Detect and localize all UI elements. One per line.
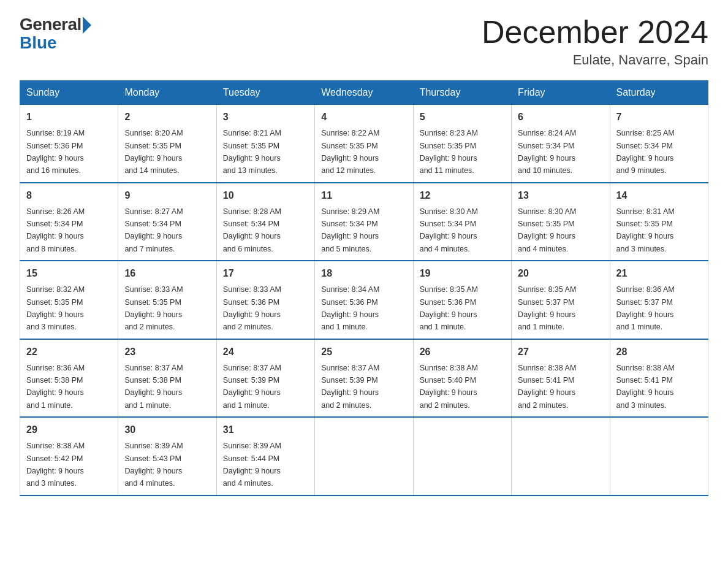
day-info: Sunrise: 8:36 AMSunset: 5:37 PMDaylight:… xyxy=(616,285,675,331)
calendar-day-cell xyxy=(413,417,511,496)
day-number: 2 xyxy=(124,110,210,124)
calendar-week-row: 15Sunrise: 8:32 AMSunset: 5:35 PMDayligh… xyxy=(20,261,708,339)
day-number: 17 xyxy=(223,266,308,281)
day-number: 5 xyxy=(420,110,505,124)
calendar-header-row: SundayMondayTuesdayWednesdayThursdayFrid… xyxy=(20,81,708,105)
calendar-day-cell: 24Sunrise: 8:37 AMSunset: 5:39 PMDayligh… xyxy=(216,339,314,418)
day-number: 23 xyxy=(124,345,210,359)
calendar-day-cell: 8Sunrise: 8:26 AMSunset: 5:34 PMDaylight… xyxy=(20,183,118,261)
day-info: Sunrise: 8:28 AMSunset: 5:34 PMDaylight:… xyxy=(223,207,281,253)
calendar-week-row: 22Sunrise: 8:36 AMSunset: 5:38 PMDayligh… xyxy=(20,339,708,418)
day-info: Sunrise: 8:27 AMSunset: 5:34 PMDaylight:… xyxy=(124,207,183,253)
calendar-day-cell: 20Sunrise: 8:35 AMSunset: 5:37 PMDayligh… xyxy=(512,261,610,339)
day-number: 25 xyxy=(321,345,406,359)
day-info: Sunrise: 8:21 AMSunset: 5:35 PMDaylight:… xyxy=(223,129,281,175)
day-info: Sunrise: 8:33 AMSunset: 5:35 PMDaylight:… xyxy=(124,285,183,331)
day-info: Sunrise: 8:36 AMSunset: 5:38 PMDaylight:… xyxy=(26,364,85,410)
calendar-day-cell: 9Sunrise: 8:27 AMSunset: 5:34 PMDaylight… xyxy=(118,183,216,261)
day-info: Sunrise: 8:22 AMSunset: 5:35 PMDaylight:… xyxy=(321,129,379,175)
calendar-day-cell: 18Sunrise: 8:34 AMSunset: 5:36 PMDayligh… xyxy=(315,261,413,339)
calendar-day-cell: 5Sunrise: 8:23 AMSunset: 5:35 PMDaylight… xyxy=(413,105,511,183)
day-number: 4 xyxy=(321,110,406,124)
location-title: Eulate, Navarre, Spain xyxy=(482,52,708,68)
day-number: 9 xyxy=(124,188,210,203)
calendar-day-cell: 30Sunrise: 8:39 AMSunset: 5:43 PMDayligh… xyxy=(118,417,216,496)
calendar-day-cell: 7Sunrise: 8:25 AMSunset: 5:34 PMDaylight… xyxy=(610,105,708,183)
calendar-day-cell: 12Sunrise: 8:30 AMSunset: 5:34 PMDayligh… xyxy=(413,183,511,261)
page-header: General Blue December 2024 Eulate, Navar… xyxy=(20,15,708,68)
calendar-day-cell: 17Sunrise: 8:33 AMSunset: 5:36 PMDayligh… xyxy=(216,261,314,339)
day-of-week-header: Sunday xyxy=(20,81,118,105)
day-number: 26 xyxy=(420,345,505,359)
day-number: 22 xyxy=(26,345,112,359)
day-info: Sunrise: 8:19 AMSunset: 5:36 PMDaylight:… xyxy=(26,129,85,175)
calendar-day-cell: 14Sunrise: 8:31 AMSunset: 5:35 PMDayligh… xyxy=(610,183,708,261)
day-info: Sunrise: 8:23 AMSunset: 5:35 PMDaylight:… xyxy=(420,129,478,175)
calendar-day-cell: 13Sunrise: 8:30 AMSunset: 5:35 PMDayligh… xyxy=(512,183,610,261)
calendar-week-row: 8Sunrise: 8:26 AMSunset: 5:34 PMDaylight… xyxy=(20,183,708,261)
day-number: 21 xyxy=(616,266,702,281)
day-info: Sunrise: 8:39 AMSunset: 5:44 PMDaylight:… xyxy=(223,442,281,488)
day-info: Sunrise: 8:38 AMSunset: 5:40 PMDaylight:… xyxy=(420,364,478,410)
calendar-day-cell: 15Sunrise: 8:32 AMSunset: 5:35 PMDayligh… xyxy=(20,261,118,339)
calendar-week-row: 1Sunrise: 8:19 AMSunset: 5:36 PMDaylight… xyxy=(20,105,708,183)
day-number: 7 xyxy=(616,110,702,124)
calendar-day-cell: 4Sunrise: 8:22 AMSunset: 5:35 PMDaylight… xyxy=(315,105,413,183)
calendar-day-cell: 23Sunrise: 8:37 AMSunset: 5:38 PMDayligh… xyxy=(118,339,216,418)
logo-blue-text: Blue xyxy=(20,33,57,53)
day-info: Sunrise: 8:31 AMSunset: 5:35 PMDaylight:… xyxy=(616,207,675,253)
day-info: Sunrise: 8:20 AMSunset: 5:35 PMDaylight:… xyxy=(124,129,183,175)
day-of-week-header: Tuesday xyxy=(216,81,314,105)
day-info: Sunrise: 8:29 AMSunset: 5:34 PMDaylight:… xyxy=(321,207,379,253)
day-info: Sunrise: 8:30 AMSunset: 5:35 PMDaylight:… xyxy=(518,207,576,253)
month-title: December 2024 xyxy=(482,15,708,50)
day-number: 16 xyxy=(124,266,210,281)
day-number: 13 xyxy=(518,188,603,203)
calendar-day-cell: 1Sunrise: 8:19 AMSunset: 5:36 PMDaylight… xyxy=(20,105,118,183)
calendar-day-cell: 22Sunrise: 8:36 AMSunset: 5:38 PMDayligh… xyxy=(20,339,118,418)
day-info: Sunrise: 8:39 AMSunset: 5:43 PMDaylight:… xyxy=(124,442,183,488)
calendar-day-cell: 16Sunrise: 8:33 AMSunset: 5:35 PMDayligh… xyxy=(118,261,216,339)
calendar-day-cell: 29Sunrise: 8:38 AMSunset: 5:42 PMDayligh… xyxy=(20,417,118,496)
day-of-week-header: Friday xyxy=(512,81,610,105)
day-info: Sunrise: 8:37 AMSunset: 5:39 PMDaylight:… xyxy=(321,364,379,410)
calendar-day-cell: 21Sunrise: 8:36 AMSunset: 5:37 PMDayligh… xyxy=(610,261,708,339)
day-info: Sunrise: 8:35 AMSunset: 5:36 PMDaylight:… xyxy=(420,285,478,331)
day-of-week-header: Thursday xyxy=(413,81,511,105)
day-number: 28 xyxy=(616,345,702,359)
day-number: 20 xyxy=(518,266,603,281)
calendar-table: SundayMondayTuesdayWednesdayThursdayFrid… xyxy=(20,80,708,496)
day-of-week-header: Wednesday xyxy=(315,81,413,105)
calendar-day-cell: 10Sunrise: 8:28 AMSunset: 5:34 PMDayligh… xyxy=(216,183,314,261)
day-info: Sunrise: 8:38 AMSunset: 5:41 PMDaylight:… xyxy=(616,364,675,410)
day-info: Sunrise: 8:30 AMSunset: 5:34 PMDaylight:… xyxy=(420,207,478,253)
day-number: 24 xyxy=(223,345,308,359)
calendar-day-cell: 25Sunrise: 8:37 AMSunset: 5:39 PMDayligh… xyxy=(315,339,413,418)
logo-general-text: General xyxy=(20,15,82,34)
day-number: 31 xyxy=(223,423,308,437)
day-number: 6 xyxy=(518,110,603,124)
calendar-day-cell: 2Sunrise: 8:20 AMSunset: 5:35 PMDaylight… xyxy=(118,105,216,183)
day-info: Sunrise: 8:38 AMSunset: 5:41 PMDaylight:… xyxy=(518,364,576,410)
day-info: Sunrise: 8:38 AMSunset: 5:42 PMDaylight:… xyxy=(26,442,85,488)
day-number: 30 xyxy=(124,423,210,437)
day-number: 19 xyxy=(420,266,505,281)
day-number: 11 xyxy=(321,188,406,203)
calendar-day-cell: 11Sunrise: 8:29 AMSunset: 5:34 PMDayligh… xyxy=(315,183,413,261)
calendar-day-cell: 31Sunrise: 8:39 AMSunset: 5:44 PMDayligh… xyxy=(216,417,314,496)
day-number: 3 xyxy=(223,110,308,124)
calendar-day-cell: 19Sunrise: 8:35 AMSunset: 5:36 PMDayligh… xyxy=(413,261,511,339)
day-info: Sunrise: 8:37 AMSunset: 5:38 PMDaylight:… xyxy=(124,364,183,410)
title-section: December 2024 Eulate, Navarre, Spain xyxy=(482,15,708,68)
calendar-day-cell: 3Sunrise: 8:21 AMSunset: 5:35 PMDaylight… xyxy=(216,105,314,183)
day-info: Sunrise: 8:24 AMSunset: 5:34 PMDaylight:… xyxy=(518,129,576,175)
calendar-day-cell: 28Sunrise: 8:38 AMSunset: 5:41 PMDayligh… xyxy=(610,339,708,418)
calendar-day-cell: 27Sunrise: 8:38 AMSunset: 5:41 PMDayligh… xyxy=(512,339,610,418)
day-number: 8 xyxy=(26,188,112,203)
logo-arrow-icon xyxy=(83,17,91,34)
day-info: Sunrise: 8:37 AMSunset: 5:39 PMDaylight:… xyxy=(223,364,281,410)
day-number: 1 xyxy=(26,110,112,124)
day-info: Sunrise: 8:35 AMSunset: 5:37 PMDaylight:… xyxy=(518,285,576,331)
day-of-week-header: Saturday xyxy=(610,81,708,105)
calendar-week-row: 29Sunrise: 8:38 AMSunset: 5:42 PMDayligh… xyxy=(20,417,708,496)
